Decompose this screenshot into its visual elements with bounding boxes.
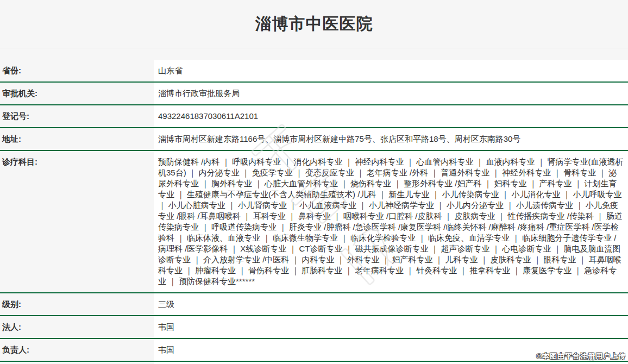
approval-authority-label: 审批机关: (0, 83, 154, 104)
hospital-license-page: 淄博市中医医院 省份: 山东省 审批机关: 淄博市行政审批服务局 登记号: 49… (0, 0, 628, 364)
level-value: 三级 (154, 293, 628, 315)
info-table: 省份: 山东省 审批机关: 淄博市行政审批服务局 登记号: 4932246183… (0, 60, 628, 364)
page-title: 淄博市中医医院 (255, 13, 373, 35)
level-label: 级别: (0, 293, 154, 315)
registration-number-value: 49322461837030611A2101 (154, 105, 628, 127)
province-label: 省份: (0, 60, 154, 81)
medical-subjects-label: 诊疗科目: (0, 151, 154, 292)
row-registration-number: 登记号: 49322461837030611A2101 (0, 105, 628, 128)
person-in-charge-value: 韦国 (154, 339, 628, 361)
row-approval-authority: 审批机关: 淄博市行政审批服务局 (0, 83, 628, 105)
row-medical-subjects: 诊疗科目: 预防保健科 /内科 ｜ 呼吸内科专业 ｜ 消化内科专业 ｜ 神经内科… (0, 151, 628, 293)
row-legal-person: 法人: 韦国 (0, 316, 628, 339)
row-province: 省份: 山东省 (0, 60, 628, 83)
row-license-validity: 执业许可证有效期: 2022/11/24 -至- 2035/6/28 (0, 362, 628, 364)
row-person-in-charge: 负责人: 韦国 (0, 339, 628, 362)
person-in-charge-label: 负责人: (0, 339, 154, 361)
registration-number-label: 登记号: (0, 105, 154, 127)
medical-subjects-value: 预防保健科 /内科 ｜ 呼吸内科专业 ｜ 消化内科专业 ｜ 神经内科专业 ｜ 心… (154, 151, 628, 292)
address-label: 地址: (0, 128, 154, 150)
row-address: 地址: 淄博市周村区新建东路1166号、淄博市周村区新建中路75号、张店区和平路… (0, 128, 628, 151)
row-level: 级别: 三级 (0, 293, 628, 316)
page-header: 淄博市中医医院 (0, 0, 628, 48)
province-value: 山东省 (154, 60, 628, 81)
legal-person-label: 法人: (0, 316, 154, 338)
legal-person-value: 韦国 (154, 316, 628, 338)
approval-authority-value: 淄博市行政审批服务局 (154, 83, 628, 104)
address-value: 淄博市周村区新建东路1166号、淄博市周村区新建中路75号、张店区和平路18号、… (154, 128, 628, 150)
license-validity-label: 执业许可证有效期: (0, 362, 154, 364)
license-validity-value: 2022/11/24 -至- 2035/6/28 (154, 362, 628, 364)
